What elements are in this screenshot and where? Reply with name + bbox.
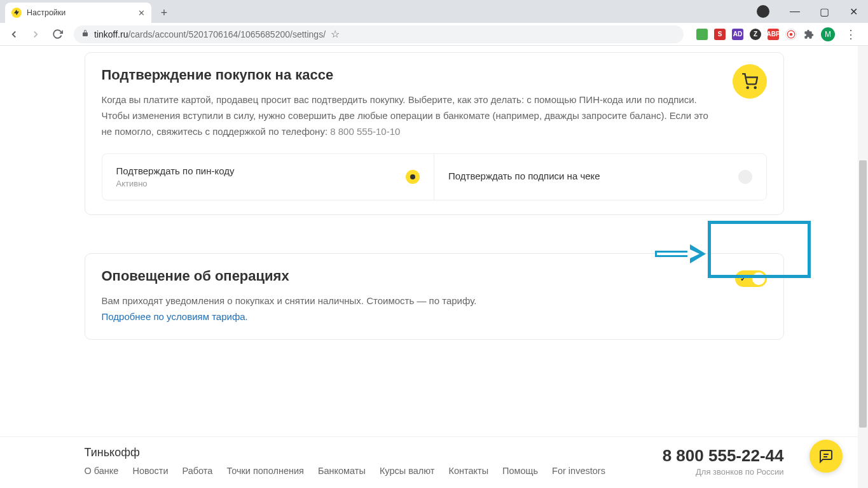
extensions-menu-icon[interactable] (803, 29, 815, 40)
confirmation-options: Подтверждать по пин-коду Активно Подтвер… (102, 153, 767, 200)
url-text: tinkoff.ru/cards/account/5201706164/1065… (94, 29, 326, 39)
scrollbar-track[interactable] (858, 46, 868, 488)
window-controls: — ▢ ✕ (751, 0, 868, 23)
footer-link[interactable]: For investors (552, 466, 605, 476)
option-label: Подтверждать по подписи на чеке (448, 171, 600, 181)
footer-links: О банке Новости Работа Точки пополнения … (85, 466, 605, 476)
forward-button[interactable] (27, 25, 45, 43)
browser-tab-strip: Настройки ✕ + (0, 0, 868, 23)
incognito-icon (751, 0, 780, 23)
reload-button[interactable] (48, 25, 66, 43)
check-icon: ✓ (740, 274, 747, 283)
tab-title: Настройки (27, 8, 133, 17)
scrollbar-thumb[interactable] (859, 160, 867, 428)
window-minimize[interactable]: — (780, 0, 809, 23)
browser-toolbar: tinkoff.ru/cards/account/5201706164/1065… (0, 23, 868, 46)
option-status: Активно (116, 179, 235, 188)
cart-icon (733, 64, 767, 99)
page-footer: Тинькофф О банке Новости Работа Точки по… (0, 436, 868, 488)
extension-icon[interactable] (785, 29, 797, 40)
tab-close-icon[interactable]: ✕ (138, 8, 145, 18)
footer-link[interactable]: О банке (85, 466, 119, 476)
chat-button[interactable] (809, 440, 843, 473)
card-description: Вам приходят уведомления о покупках и сн… (102, 293, 712, 325)
lock-icon (81, 29, 89, 39)
extensions-area: S AD Z ABP M ⋮ (696, 27, 860, 41)
footer-link[interactable]: Работа (183, 466, 213, 476)
toggle-knob (752, 272, 765, 285)
radio-selected-icon (406, 170, 420, 184)
browser-tab[interactable]: Настройки ✕ (5, 3, 151, 23)
page-viewport: Подтверждение покупок на кассе Когда вы … (0, 46, 868, 488)
card-description: Когда вы платите картой, продавец просит… (102, 92, 712, 139)
extension-icon[interactable]: ABP (768, 29, 779, 40)
footer-phone-sub: Для звонков по России (663, 467, 784, 477)
option-pin[interactable]: Подтверждать по пин-коду Активно (102, 154, 434, 200)
svg-point-1 (790, 32, 793, 36)
footer-link[interactable]: Курсы валют (380, 466, 435, 476)
window-maximize[interactable]: ▢ (809, 0, 839, 23)
new-tab-button[interactable]: + (155, 4, 173, 22)
extension-icon[interactable]: S (714, 29, 726, 40)
footer-link[interactable]: Новости (132, 466, 168, 476)
bookmark-star-icon[interactable]: ☆ (331, 28, 340, 40)
notifications-card: ✓ Оповещение об операциях Вам приходят у… (85, 253, 784, 340)
svg-point-2 (747, 87, 748, 88)
footer-brand: Тинькофф (85, 446, 605, 459)
footer-link[interactable]: Помощь (502, 466, 538, 476)
svg-point-3 (754, 87, 755, 88)
browser-menu-icon[interactable]: ⋮ (841, 27, 860, 41)
profile-avatar[interactable]: M (821, 27, 835, 41)
radio-unselected-icon (738, 170, 752, 184)
card-title: Оповещение об операциях (102, 268, 767, 284)
notifications-toggle[interactable]: ✓ (735, 270, 767, 287)
card-title: Подтверждение покупок на кассе (102, 67, 767, 83)
footer-phone: 8 800 555-22-44 (663, 446, 784, 466)
purchase-confirmation-card: Подтверждение покупок на кассе Когда вы … (85, 52, 784, 215)
option-label: Подтверждать по пин-коду (116, 165, 235, 176)
address-bar[interactable]: tinkoff.ru/cards/account/5201706164/1065… (74, 25, 684, 43)
footer-link[interactable]: Банкоматы (318, 466, 366, 476)
footer-link[interactable]: Контакты (448, 466, 488, 476)
back-button[interactable] (5, 25, 23, 43)
footer-link[interactable]: Точки пополнения (226, 466, 304, 476)
option-signature[interactable]: Подтверждать по подписи на чеке (434, 154, 766, 200)
extension-icon[interactable]: AD (732, 29, 743, 40)
support-phone: 8 800 555-10-10 (330, 126, 400, 137)
extension-icon[interactable]: Z (750, 29, 761, 40)
extension-icon[interactable] (696, 29, 708, 40)
window-close[interactable]: ✕ (839, 0, 868, 23)
tariff-link[interactable]: Подробнее по условиям тарифа. (102, 311, 248, 322)
tab-favicon (11, 8, 22, 18)
